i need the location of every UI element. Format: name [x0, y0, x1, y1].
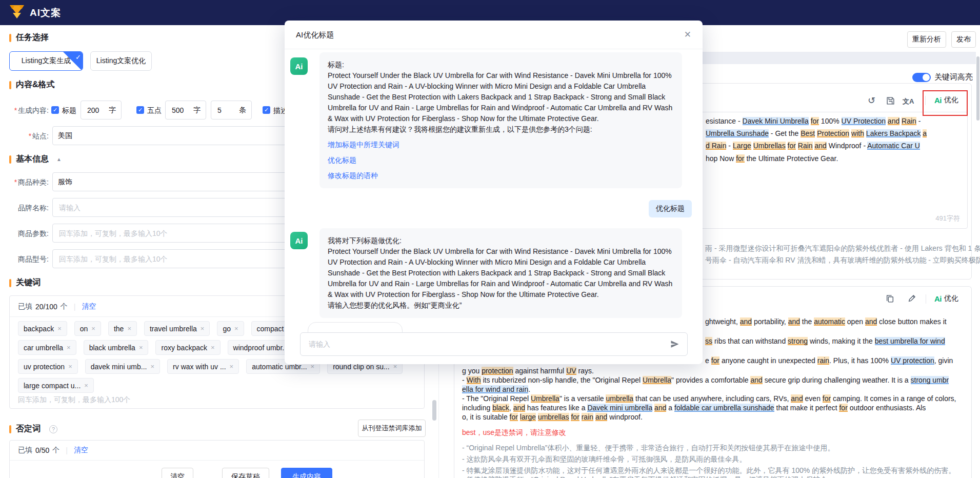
keyword-tag[interactable]: on×: [74, 321, 101, 336]
bullet-translation-line: - 特氟龙涂层顶篷提供防水功能，这对于任何遭遇意外雨水的人来说都是一个很好的功能…: [462, 466, 955, 475]
suggestion-link-change-language[interactable]: 修改标题的语种: [328, 170, 674, 181]
text-token: strong umbr: [911, 376, 949, 384]
collapse-arrow-icon[interactable]: ▲: [56, 156, 62, 162]
checkbox-description[interactable]: ✓: [263, 106, 270, 114]
text-token: portability,: [752, 317, 788, 326]
remove-tag-icon[interactable]: ×: [234, 325, 238, 332]
negative-counter: 已填 0/50 个 | 清空: [18, 446, 88, 455]
checkbox-bullets[interactable]: ✓: [136, 106, 144, 114]
keyword-tag[interactable]: backpack×: [18, 321, 67, 336]
remove-tag-icon[interactable]: ×: [230, 363, 234, 370]
keyword-tag[interactable]: the×: [108, 321, 137, 336]
checkbox-title-label: 标题: [62, 106, 76, 115]
publish-button[interactable]: 发布: [951, 31, 976, 48]
text-token: hop Now: [706, 154, 736, 163]
remove-tag-icon[interactable]: ×: [139, 344, 143, 351]
generate-content-button[interactable]: 生成内容: [281, 468, 332, 478]
remove-tag-icon[interactable]: ×: [127, 325, 131, 332]
bullets-count-value[interactable]: [216, 106, 236, 115]
remove-tag-icon[interactable]: ×: [211, 344, 215, 351]
close-icon[interactable]: ✕: [684, 29, 691, 40]
text-token: esistance -: [706, 117, 743, 125]
remove-tag-icon[interactable]: ×: [67, 344, 71, 351]
bullet-line: ss ribs that can withstand strong winds,…: [705, 337, 945, 345]
user-reply-chip[interactable]: 优化标题: [649, 200, 692, 217]
left-panel-scrollbar[interactable]: [432, 400, 436, 421]
edit-pencil-icon[interactable]: [908, 294, 916, 305]
ai-avatar: Ai: [290, 232, 308, 249]
keyword-tag-label: on: [80, 325, 88, 333]
title-line: Umbrella Sunshade - Get the Best Protect…: [706, 129, 927, 137]
remove-tag-icon[interactable]: ×: [91, 325, 95, 332]
ai-optimize-bullets-button[interactable]: Ai 优化: [934, 294, 958, 303]
translate-icon[interactable]: 文A: [903, 97, 914, 106]
remove-tag-icon[interactable]: ×: [84, 382, 88, 389]
keyword-tag-label: black umbrella: [89, 344, 135, 352]
keywords-counter: 已填 20/100 个 | 清空: [18, 302, 96, 311]
send-icon[interactable]: [670, 339, 680, 349]
remove-tag-icon[interactable]: ×: [150, 363, 154, 370]
title-length-value[interactable]: [86, 106, 106, 115]
title-line: hop Now for the Ultimate Protective Gear…: [706, 154, 838, 163]
section-basic: 基本信息 ▲: [9, 154, 62, 165]
message-label: 标题:: [328, 59, 674, 70]
text-token: .: [528, 385, 530, 393]
reanalyze-button[interactable]: 重新分析: [907, 31, 946, 48]
clear-keywords-link[interactable]: 清空: [82, 302, 96, 311]
bullets-length-value[interactable]: [171, 106, 190, 115]
keyword-tag-label: car umbrella: [24, 344, 63, 352]
help-icon[interactable]: ?: [49, 425, 57, 433]
title-line: d Rain - Large Umbrellas for Rain and Wi…: [706, 142, 920, 150]
save-draft-button[interactable]: 保存草稿: [222, 468, 269, 478]
text-token: Best: [801, 129, 815, 137]
add-forbidden-words-button[interactable]: 从刊登违禁词库添加: [358, 420, 426, 437]
ai-logo-icon: Ai: [934, 294, 942, 303]
keyword-tag[interactable]: go×: [217, 321, 244, 336]
keyword-tag[interactable]: roxy backpack×: [155, 340, 220, 355]
bullet-line: - With its rubberized non-slip handle, t…: [462, 376, 949, 384]
remove-tag-icon[interactable]: ×: [57, 325, 62, 332]
keyword-tag-row: large compact u...×: [18, 378, 101, 393]
text-token: foldable car umbrella sunshade: [674, 404, 774, 412]
clear-form-button[interactable]: 清空: [162, 468, 193, 478]
modal-chat-input[interactable]: [308, 340, 670, 349]
tab-listing-optimize[interactable]: Listing文案优化: [90, 51, 152, 71]
text-token: , givin: [934, 356, 953, 365]
keyword-tag[interactable]: travel umbrella×: [144, 321, 210, 336]
keyword-tag[interactable]: uv protection×: [18, 359, 78, 374]
text-token: for: [510, 413, 518, 421]
section-format: 内容&格式: [9, 79, 55, 90]
text-token: Rain: [902, 117, 916, 125]
keyword-tag[interactable]: car umbrella×: [18, 340, 76, 355]
text-token: the: [800, 317, 814, 326]
text-token: With: [467, 376, 481, 384]
section-task: 任务选择: [9, 32, 49, 43]
remove-tag-icon[interactable]: ×: [68, 363, 72, 370]
copy-icon[interactable]: [886, 294, 894, 305]
text-token: and: [788, 317, 800, 326]
remove-tag-icon[interactable]: ×: [201, 325, 205, 332]
text-token: and: [750, 376, 762, 384]
keyword-highlight-toggle[interactable]: [912, 73, 931, 82]
keyword-tag[interactable]: davek mini umb...×: [85, 359, 160, 374]
text-token: -: [462, 376, 467, 384]
save-icon[interactable]: [886, 96, 895, 107]
suggestion-link-optimize-title[interactable]: 优化标题: [328, 155, 674, 166]
text-token: ,: [509, 404, 513, 412]
tab-listing-generate[interactable]: Listing文案生成 ✓: [9, 51, 83, 71]
text-token: Protection: [817, 129, 849, 137]
modal-input-row: [300, 332, 688, 356]
clear-negative-link[interactable]: 清空: [74, 446, 88, 455]
checkbox-title[interactable]: ✓: [51, 106, 59, 114]
title-translation-line: 号雨伞 - 自动汽车雨伞和 RV 清洗和蜡，具有玻璃纤维的防紫外线功能 - 立即…: [705, 256, 980, 265]
page-scrollbar[interactable]: [976, 56, 979, 121]
bullet-line: g you protection against harmful UV rays…: [462, 367, 594, 375]
text-token: anyone caught in unexpected: [719, 356, 817, 365]
undo-icon[interactable]: ↺: [868, 95, 875, 106]
keyword-tag[interactable]: large compact u...×: [18, 378, 94, 393]
app-title: AI文案: [30, 6, 61, 19]
suggestion-link-add-keywords[interactable]: 增加标题中所埋关键词: [328, 140, 674, 150]
keyword-tag[interactable]: rv wax with uv ...×: [167, 359, 239, 374]
gen-content-label: *生成内容:: [0, 106, 49, 115]
keyword-tag[interactable]: black umbrella×: [84, 340, 149, 355]
